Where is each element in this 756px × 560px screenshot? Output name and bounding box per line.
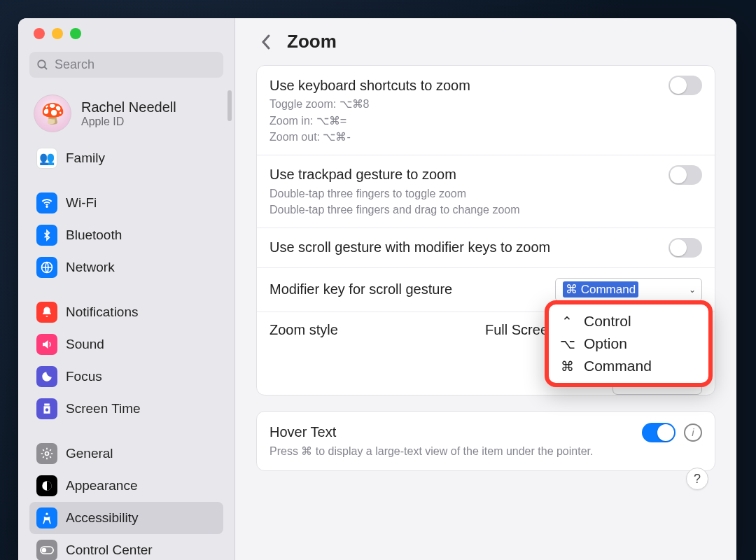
bluetooth-icon [36,225,57,246]
family-icon: 👥 [36,148,57,169]
dropdown-option-label: Option [584,335,627,352]
dropdown-option-option[interactable]: ⌥ Option [556,332,701,355]
sidebar-item-label: Sound [66,337,104,352]
search-field[interactable] [29,52,223,78]
row-title-text: Use trackpad gesture to zoom [270,167,456,183]
svg-line-1 [44,66,47,69]
sidebar-item-label: General [66,446,113,461]
avatar: 🍄 [34,94,71,132]
sidebar-item-controlcenter[interactable]: Control Center [29,534,223,560]
row-title-text: Use keyboard shortcuts to zoom [270,78,470,94]
sidebar-item-family[interactable]: 👥 Family [29,142,223,174]
sidebar-item-wifi[interactable]: Wi-Fi [29,187,223,219]
row-hover-text: Hover Text i Press ⌘ to display a large-… [257,412,715,470]
settings-window: 🍄 Rachel Needell Apple ID 👥 Family Wi-Fi [18,18,736,560]
control-symbol-icon: ⌃ [560,314,574,330]
dropdown-option-control[interactable]: ⌃ Control [556,310,701,332]
chevron-down-icon: ⌄ [689,285,696,295]
minimize-window-button[interactable] [52,28,63,39]
row-title-text: Zoom style [270,322,338,338]
row-scroll-gesture: Use scroll gesture with modifier keys to… [257,228,715,268]
sidebar-item-appearance[interactable]: Appearance [29,470,223,502]
back-button[interactable] [256,32,276,52]
row-sub-text: Double-tap three fingers to toggle zoom [270,186,702,202]
close-window-button[interactable] [34,28,45,39]
sidebar: 🍄 Rachel Needell Apple ID 👥 Family Wi-Fi [18,18,235,560]
sidebar-item-label: Wi-Fi [66,195,97,211]
sidebar-item-label: Notifications [66,304,139,320]
search-input[interactable] [55,57,217,72]
toggle-kb-shortcuts[interactable] [668,76,702,95]
zoom-style-value: Full Scree [485,322,548,338]
toggle-scroll-gesture[interactable] [668,238,702,258]
appearance-icon [36,475,57,496]
general-icon [36,443,57,464]
account-row[interactable]: 🍄 Rachel Needell Apple ID [29,89,223,142]
focus-icon [36,366,57,387]
row-sub-text: Zoom in: ⌥⌘= [270,113,702,129]
sidebar-item-label: Bluetooth [66,227,122,243]
svg-point-5 [46,452,49,456]
sound-icon [36,334,57,355]
search-icon [36,59,49,71]
svg-point-0 [38,60,46,68]
sidebar-item-general[interactable]: General [29,438,223,470]
sidebar-item-label: Appearance [66,478,137,493]
row-sub-text: Zoom out: ⌥⌘- [270,130,702,145]
sidebar-item-accessibility[interactable]: Accessibility [29,502,223,534]
main-panel: Zoom Use keyboard shortcuts to zoom Togg… [235,18,736,560]
row-trackpad: Use trackpad gesture to zoom Double-tap … [257,155,715,228]
select-value: ⌘ Command [563,281,638,298]
row-kb-shortcuts: Use keyboard shortcuts to zoom Toggle zo… [257,66,715,155]
fullscreen-window-button[interactable] [70,28,81,39]
toggle-hover-text[interactable] [642,423,676,442]
scrollbar-thumb[interactable] [227,90,232,121]
svg-point-9 [42,549,46,552]
sidebar-item-label: Screen Time [66,401,141,416]
svg-point-2 [46,206,48,208]
row-title-text: Hover Text [270,424,336,440]
sidebar-item-bluetooth[interactable]: Bluetooth [29,219,223,251]
window-controls [18,28,234,52]
notifications-icon [36,302,57,323]
row-sub-text: Double-tap three fingers and drag to cha… [270,202,702,218]
modifier-dropdown-menu: ⌃ Control ⌥ Option ⌘ Command [545,300,713,387]
page-title: Zoom [287,31,337,52]
svg-point-7 [46,513,48,515]
command-symbol-icon: ⌘ [560,358,574,374]
account-subtitle: Apple ID [81,115,176,128]
info-icon[interactable]: i [684,424,702,442]
sidebar-item-focus[interactable]: Focus [29,360,223,393]
sidebar-scroll[interactable]: 🍄 Rachel Needell Apple ID 👥 Family Wi-Fi [18,85,234,560]
sidebar-item-notifications[interactable]: Notifications [29,296,223,328]
hover-card: Hover Text i Press ⌘ to display a large-… [256,411,715,471]
wifi-icon [36,192,57,214]
accessibility-icon [36,507,57,528]
row-sub-text: Press ⌘ to display a large-text view of … [270,444,702,459]
controlcenter-icon [36,540,57,560]
account-name: Rachel Needell [81,99,176,115]
help-button[interactable]: ? [686,468,708,490]
screentime-icon [36,398,57,419]
sidebar-item-label: Family [66,150,105,166]
row-title-text: Use scroll gesture with modifier keys to… [270,239,550,255]
modifier-select[interactable]: ⌘ Command ⌄ [555,278,702,302]
sidebar-item-label: Control Center [66,542,153,558]
sidebar-item-label: Network [66,260,115,275]
network-icon [36,257,57,278]
row-title-text: Modifier key for scroll gesture [270,281,452,298]
sidebar-item-label: Focus [66,369,102,384]
sidebar-item-screentime[interactable]: Screen Time [29,393,223,425]
sidebar-item-sound[interactable]: Sound [29,328,223,360]
toggle-trackpad[interactable] [668,165,702,185]
row-sub-text: Toggle zoom: ⌥⌘8 [270,97,702,112]
header: Zoom [256,31,715,52]
dropdown-option-label: Command [584,358,652,374]
dropdown-option-label: Control [584,313,631,330]
option-symbol-icon: ⌥ [560,336,574,352]
sidebar-item-label: Accessibility [66,510,138,526]
svg-point-4 [46,408,49,412]
dropdown-option-command[interactable]: ⌘ Command [556,355,701,377]
sidebar-item-network[interactable]: Network [29,251,223,284]
